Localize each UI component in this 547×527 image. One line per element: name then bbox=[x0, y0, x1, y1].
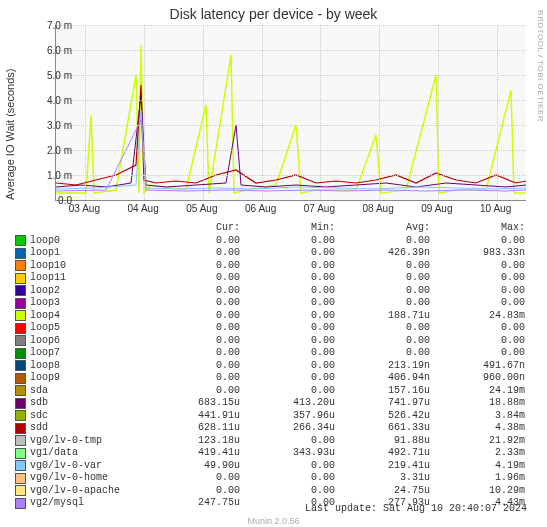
series-name: loop11 bbox=[30, 272, 145, 285]
ytick: 2.0 m bbox=[37, 145, 72, 156]
munin-version: Munin 2.0.56 bbox=[0, 516, 547, 526]
series-avg: 741.97u bbox=[335, 397, 430, 410]
series-avg: 0.00 bbox=[335, 335, 430, 348]
series-cur: 0.00 bbox=[145, 360, 240, 373]
legend-row: sdb683.15u413.20u741.97u18.88m bbox=[15, 397, 525, 410]
ytick: 6.0 m bbox=[37, 45, 72, 56]
series-name: loop5 bbox=[30, 322, 145, 335]
rrdtool-watermark: RRDTOOL / TOBI OETIKER bbox=[536, 10, 545, 122]
xtick: 05 Aug bbox=[186, 203, 217, 214]
series-color-swatch bbox=[15, 435, 26, 446]
y-axis-label: Average IO Wait (seconds) bbox=[4, 69, 16, 200]
legend-row: vg0/lv-0-tmp123.18u0.0091.88u21.92m bbox=[15, 435, 525, 448]
legend-row: vg0/lv-0-apache0.000.0024.75u10.29m bbox=[15, 485, 525, 498]
series-cur: 0.00 bbox=[145, 310, 240, 323]
series-avg: 0.00 bbox=[335, 322, 430, 335]
series-cur: 628.11u bbox=[145, 422, 240, 435]
series-name: loop0 bbox=[30, 235, 145, 248]
series-color-swatch bbox=[15, 323, 26, 334]
legend-row: loop90.000.00406.94n960.00n bbox=[15, 372, 525, 385]
series-name: sdd bbox=[30, 422, 145, 435]
munin-graph: Disk latency per device - by week RRDTOO… bbox=[0, 0, 547, 527]
series-color-swatch bbox=[15, 373, 26, 384]
series-avg: 213.19n bbox=[335, 360, 430, 373]
series-color-swatch bbox=[15, 335, 26, 346]
series-max: 0.00 bbox=[430, 260, 525, 273]
series-color-swatch bbox=[15, 348, 26, 359]
series-avg: 0.00 bbox=[335, 297, 430, 310]
series-max: 10.29m bbox=[430, 485, 525, 498]
series-cur: 441.91u bbox=[145, 410, 240, 423]
series-max: 983.33n bbox=[430, 247, 525, 260]
series-min: 357.96u bbox=[240, 410, 335, 423]
series-avg: 0.00 bbox=[335, 260, 430, 273]
ytick: 5.0 m bbox=[37, 70, 72, 81]
series-avg: 526.42u bbox=[335, 410, 430, 423]
series-avg: 426.39n bbox=[335, 247, 430, 260]
series-avg: 3.31u bbox=[335, 472, 430, 485]
series-max: 24.83m bbox=[430, 310, 525, 323]
legend-row: loop00.000.000.000.00 bbox=[15, 235, 525, 248]
series-min: 0.00 bbox=[240, 385, 335, 398]
series-min: 0.00 bbox=[240, 372, 335, 385]
legend-row: vg0/lv-0-home0.000.003.31u1.96m bbox=[15, 472, 525, 485]
chart-title: Disk latency per device - by week bbox=[0, 6, 547, 22]
series-name: vg0/lv-0-home bbox=[30, 472, 145, 485]
series-name: loop8 bbox=[30, 360, 145, 373]
legend-row: loop100.000.000.000.00 bbox=[15, 260, 525, 273]
series-min: 0.00 bbox=[240, 310, 335, 323]
legend-row: loop10.000.00426.39n983.33n bbox=[15, 247, 525, 260]
series-name: vg2/mysql bbox=[30, 497, 145, 510]
series-min: 413.20u bbox=[240, 397, 335, 410]
series-max: 21.92m bbox=[430, 435, 525, 448]
series-cur: 0.00 bbox=[145, 485, 240, 498]
series-min: 0.00 bbox=[240, 435, 335, 448]
series-min: 0.00 bbox=[240, 285, 335, 298]
series-cur: 0.00 bbox=[145, 347, 240, 360]
series-min: 0.00 bbox=[240, 247, 335, 260]
series-max: 24.19m bbox=[430, 385, 525, 398]
legend-row: sdd628.11u266.34u661.33u4.38m bbox=[15, 422, 525, 435]
series-name: loop9 bbox=[30, 372, 145, 385]
ytick: 1.0 m bbox=[37, 170, 72, 181]
series-color-swatch bbox=[15, 273, 26, 284]
series-min: 0.00 bbox=[240, 335, 335, 348]
series-color-swatch bbox=[15, 235, 26, 246]
series-min: 0.00 bbox=[240, 260, 335, 273]
legend-row: loop70.000.000.000.00 bbox=[15, 347, 525, 360]
series-min: 0.00 bbox=[240, 235, 335, 248]
series-cur: 0.00 bbox=[145, 372, 240, 385]
series-name: sda bbox=[30, 385, 145, 398]
series-color-swatch bbox=[15, 410, 26, 421]
series-cur: 0.00 bbox=[145, 272, 240, 285]
series-cur: 419.41u bbox=[145, 447, 240, 460]
series-cur: 0.00 bbox=[145, 472, 240, 485]
series-max: 0.00 bbox=[430, 297, 525, 310]
xtick: 10 Aug bbox=[480, 203, 511, 214]
legend-row: loop110.000.000.000.00 bbox=[15, 272, 525, 285]
xtick: 08 Aug bbox=[363, 203, 394, 214]
legend-row: sda0.000.00157.16u24.19m bbox=[15, 385, 525, 398]
series-max: 0.00 bbox=[430, 335, 525, 348]
series-cur: 247.75u bbox=[145, 497, 240, 510]
series-max: 960.00n bbox=[430, 372, 525, 385]
series-max: 1.96m bbox=[430, 472, 525, 485]
legend-row: loop20.000.000.000.00 bbox=[15, 285, 525, 298]
ytick: 3.0 m bbox=[37, 120, 72, 131]
series-color-swatch bbox=[15, 310, 26, 321]
series-min: 0.00 bbox=[240, 297, 335, 310]
series-avg: 0.00 bbox=[335, 272, 430, 285]
legend-header: Cur: Min: Avg: Max: bbox=[15, 222, 525, 235]
series-name: sdc bbox=[30, 410, 145, 423]
series-avg: 219.41u bbox=[335, 460, 430, 473]
series-max: 0.00 bbox=[430, 235, 525, 248]
xtick: 03 Aug bbox=[69, 203, 100, 214]
series-cur: 49.90u bbox=[145, 460, 240, 473]
series-cur: 683.15u bbox=[145, 397, 240, 410]
series-min: 0.00 bbox=[240, 360, 335, 373]
series-avg: 0.00 bbox=[335, 347, 430, 360]
series-name: loop2 bbox=[30, 285, 145, 298]
series-min: 0.00 bbox=[240, 322, 335, 335]
series-avg: 0.00 bbox=[335, 285, 430, 298]
series-cur: 0.00 bbox=[145, 247, 240, 260]
